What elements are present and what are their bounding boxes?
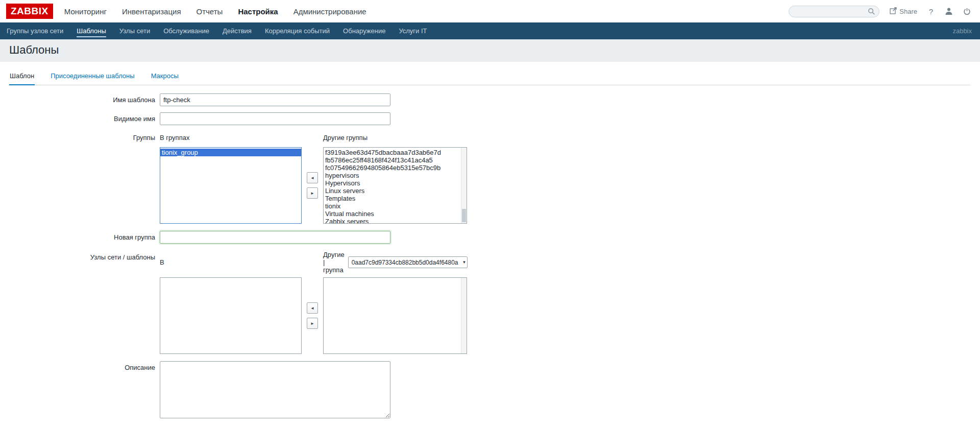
subnav-discovery[interactable]: Обнаружение	[336, 22, 392, 39]
scrollbar[interactable]	[461, 148, 467, 223]
in-groups-listbox[interactable]: tionix_group	[160, 147, 302, 224]
in-groups-header: В группах	[160, 131, 302, 144]
hosts-move-right-button[interactable]: ►	[307, 318, 318, 329]
visible-name-label: Видимое имя	[9, 115, 160, 123]
description-row: Описание	[9, 361, 971, 418]
description-textarea[interactable]	[160, 361, 390, 418]
scrollbar-thumb[interactable]	[462, 209, 466, 222]
main-nav: Мониторинг Инвентаризация Отчеты Настрой…	[64, 7, 382, 16]
visible-name-input[interactable]	[160, 112, 390, 125]
list-item[interactable]: Zabbix servers	[324, 218, 467, 224]
list-item[interactable]: Virtual machines	[324, 210, 467, 218]
nav-reports[interactable]: Отчеты	[197, 7, 223, 16]
nav-inventory[interactable]: Инвентаризация	[122, 7, 181, 16]
subnav-it-services[interactable]: Услуги IT	[392, 22, 433, 39]
share-icon	[890, 7, 897, 16]
page-title: Шаблоны	[9, 43, 971, 57]
hosts-group-selected-value: 0aad7c9d97334cb882bb5d0da4f6480a	[352, 259, 458, 266]
move-right-button[interactable]: ►	[307, 187, 318, 199]
new-group-row: Новая группа	[9, 231, 971, 244]
hosts-label: Узлы сети / шаблоны	[9, 251, 160, 261]
tab-template[interactable]: Шаблон	[9, 69, 35, 85]
help-button[interactable]: ?	[927, 7, 935, 16]
hosts-move-left-button[interactable]: ◄	[307, 302, 318, 314]
right-arrow-icon: ►	[310, 191, 314, 196]
description-label: Описание	[9, 361, 160, 371]
list-item[interactable]: Linux servers	[324, 187, 467, 195]
groups-row: Группы В группах Другие группы tionix_gr…	[9, 131, 971, 224]
logout-icon[interactable]	[963, 8, 971, 15]
other-groups-header: Другие группы	[323, 131, 467, 144]
tab-linked-templates[interactable]: Присоединенные шаблоны	[50, 69, 135, 85]
other-groups-listbox[interactable]: f3919a3ee63d475dbacbaaa7d3ab6e7d fb5786e…	[323, 147, 467, 224]
server-name: zabbix	[952, 22, 972, 39]
topbar-actions: Share ?	[789, 6, 971, 17]
hosts-other-header-label: Другие | группа	[323, 251, 345, 274]
template-name-row: Имя шаблона	[9, 93, 971, 106]
visible-name-row: Видимое имя	[9, 112, 971, 125]
hosts-row: Узлы сети / шаблоны В Другие | группа 0a…	[9, 251, 971, 354]
list-item[interactable]: f3919a3ee63d475dbacbaaa7d3ab6e7d	[324, 149, 467, 156]
subnav-event-correlation[interactable]: Корреляция событий	[258, 22, 336, 39]
group-movers: ◄ ►	[302, 147, 323, 224]
template-form: Имя шаблона Видимое имя Группы В группах…	[9, 85, 971, 426]
chevron-down-icon: ▼	[462, 260, 467, 265]
main-content: Шаблон Присоединенные шаблоны Макросы Им…	[0, 62, 980, 426]
title-strip: Шаблоны	[0, 39, 980, 62]
subnav-maintenance[interactable]: Обслуживание	[157, 22, 216, 39]
hosts-other-listbox[interactable]	[323, 277, 467, 354]
sub-nav: Группы узлов сети Шаблоны Узлы сети Обсл…	[0, 22, 980, 39]
top-header: ZABBIX Мониторинг Инвентаризация Отчеты …	[0, 0, 980, 22]
list-item[interactable]: hypervisors	[324, 172, 467, 179]
hosts-movers: ◄ ►	[302, 277, 323, 354]
list-item[interactable]: Templates	[324, 195, 467, 202]
zabbix-logo[interactable]: ZABBIX	[6, 4, 53, 19]
search-input[interactable]	[789, 6, 879, 17]
list-item[interactable]: tionix	[324, 202, 467, 210]
subnav-actions[interactable]: Действия	[216, 22, 258, 39]
share-label: Share	[899, 8, 917, 15]
list-item[interactable]: fc07549662694805864eb5315e57bc9b	[324, 164, 467, 172]
subnav-templates[interactable]: Шаблоны	[70, 22, 113, 39]
nav-administration[interactable]: Администрирование	[293, 7, 366, 16]
groups-label: Группы	[9, 131, 160, 141]
list-item[interactable]: tionix_group	[160, 149, 301, 156]
hosts-in-header: В	[160, 251, 302, 274]
hosts-other-header: Другие | группа 0aad7c9d97334cb882bb5d0d…	[323, 251, 467, 274]
left-arrow-icon: ◄	[310, 176, 314, 180]
form-tabs: Шаблон Присоединенные шаблоны Макросы	[9, 69, 971, 85]
hosts-in-listbox[interactable]	[160, 277, 302, 354]
list-item[interactable]: fb5786ec25ff48168f424f13c41ac4a5	[324, 156, 467, 164]
new-group-input[interactable]	[160, 231, 390, 244]
subnav-hosts[interactable]: Узлы сети	[113, 22, 157, 39]
subnav-host-groups[interactable]: Группы узлов сети	[0, 22, 70, 39]
move-left-button[interactable]: ◄	[307, 172, 318, 183]
user-profile-icon[interactable]	[945, 7, 953, 15]
template-name-label: Имя шаблона	[9, 96, 160, 104]
list-item[interactable]: Hypervisors	[324, 179, 467, 187]
left-arrow-icon: ◄	[310, 306, 314, 311]
nav-monitoring[interactable]: Мониторинг	[64, 7, 107, 16]
search-icon[interactable]	[868, 8, 875, 17]
new-group-label: Новая группа	[9, 233, 160, 241]
right-arrow-icon: ►	[310, 321, 314, 326]
scrollbar[interactable]	[461, 278, 467, 353]
search-box	[789, 6, 879, 17]
hosts-group-select[interactable]: 0aad7c9d97334cb882bb5d0da4f6480a ▼	[348, 256, 468, 268]
nav-configuration[interactable]: Настройка	[238, 7, 278, 16]
share-link[interactable]: Share	[890, 7, 917, 16]
tab-macros[interactable]: Макросы	[151, 69, 179, 85]
template-name-input[interactable]	[160, 93, 390, 106]
